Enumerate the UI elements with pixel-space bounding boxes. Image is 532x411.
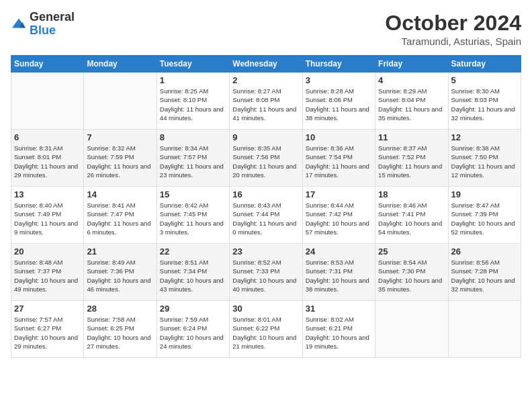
calendar-cell: 30Sunrise: 8:01 AM Sunset: 6:22 PM Dayli… [230, 301, 302, 358]
calendar-cell: 17Sunrise: 8:44 AM Sunset: 7:42 PM Dayli… [302, 187, 375, 244]
day-number: 29 [160, 304, 226, 314]
day-number: 27 [14, 304, 81, 314]
calendar-cell: 26Sunrise: 8:56 AM Sunset: 7:28 PM Dayli… [448, 244, 521, 301]
day-detail: Sunrise: 8:36 AM Sunset: 7:54 PM Dayligh… [306, 144, 372, 179]
day-detail: Sunrise: 8:52 AM Sunset: 7:33 PM Dayligh… [232, 258, 299, 293]
logo-blue-text: Blue [30, 24, 75, 38]
day-detail: Sunrise: 7:59 AM Sunset: 6:24 PM Dayligh… [160, 315, 226, 351]
calendar-cell: 21Sunrise: 8:49 AM Sunset: 7:36 PM Dayli… [84, 244, 157, 301]
calendar-week-5: 27Sunrise: 7:57 AM Sunset: 6:27 PM Dayli… [11, 301, 521, 358]
calendar-week-1: 1Sunrise: 8:25 AM Sunset: 8:10 PM Daylig… [11, 73, 521, 130]
calendar-cell: 23Sunrise: 8:52 AM Sunset: 7:33 PM Dayli… [230, 244, 302, 301]
header-day-saturday: Saturday [448, 56, 521, 73]
day-number: 13 [14, 189, 81, 199]
day-number: 25 [378, 246, 445, 257]
day-number: 28 [87, 304, 153, 314]
logo: General Blue [11, 11, 75, 38]
day-detail: Sunrise: 8:41 AM Sunset: 7:47 PM Dayligh… [87, 201, 153, 236]
day-number: 10 [306, 132, 372, 142]
calendar-cell: 18Sunrise: 8:46 AM Sunset: 7:41 PM Dayli… [375, 187, 448, 244]
calendar-cell: 5Sunrise: 8:30 AM Sunset: 8:03 PM Daylig… [448, 73, 521, 130]
day-detail: Sunrise: 8:34 AM Sunset: 7:57 PM Dayligh… [160, 144, 226, 179]
day-number: 1 [160, 75, 226, 85]
day-detail: Sunrise: 8:25 AM Sunset: 8:10 PM Dayligh… [160, 87, 226, 122]
day-detail: Sunrise: 8:40 AM Sunset: 7:49 PM Dayligh… [14, 201, 81, 236]
calendar-cell [375, 301, 448, 358]
header-day-friday: Friday [375, 56, 448, 73]
day-detail: Sunrise: 8:56 AM Sunset: 7:28 PM Dayligh… [451, 258, 518, 293]
calendar-body: 1Sunrise: 8:25 AM Sunset: 8:10 PM Daylig… [11, 73, 521, 358]
calendar-cell: 14Sunrise: 8:41 AM Sunset: 7:47 PM Dayli… [84, 187, 157, 244]
day-number: 24 [306, 246, 372, 257]
location-subtitle: Taramundi, Asturias, Spain [385, 36, 521, 47]
day-detail: Sunrise: 8:48 AM Sunset: 7:37 PM Dayligh… [14, 258, 81, 293]
day-detail: Sunrise: 8:02 AM Sunset: 6:21 PM Dayligh… [306, 315, 372, 351]
day-number: 23 [232, 246, 299, 257]
calendar-cell: 19Sunrise: 8:47 AM Sunset: 7:39 PM Dayli… [448, 187, 521, 244]
day-number: 3 [306, 75, 372, 85]
day-detail: Sunrise: 8:01 AM Sunset: 6:22 PM Dayligh… [232, 315, 299, 351]
header-day-thursday: Thursday [302, 56, 375, 73]
calendar-cell: 6Sunrise: 8:31 AM Sunset: 8:01 PM Daylig… [11, 130, 84, 187]
calendar-cell: 11Sunrise: 8:37 AM Sunset: 7:52 PM Dayli… [375, 130, 448, 187]
logo-general-text: General [30, 11, 75, 24]
header-day-tuesday: Tuesday [157, 56, 229, 73]
day-detail: Sunrise: 8:44 AM Sunset: 7:42 PM Dayligh… [306, 201, 372, 236]
day-number: 22 [160, 246, 226, 257]
day-detail: Sunrise: 8:46 AM Sunset: 7:41 PM Dayligh… [378, 201, 445, 236]
calendar-cell: 31Sunrise: 8:02 AM Sunset: 6:21 PM Dayli… [302, 301, 375, 358]
day-number: 2 [232, 75, 299, 85]
calendar-cell: 9Sunrise: 8:35 AM Sunset: 7:56 PM Daylig… [230, 130, 302, 187]
calendar-cell: 25Sunrise: 8:54 AM Sunset: 7:30 PM Dayli… [375, 244, 448, 301]
day-detail: Sunrise: 8:51 AM Sunset: 7:34 PM Dayligh… [160, 258, 226, 293]
calendar-cell: 4Sunrise: 8:29 AM Sunset: 8:04 PM Daylig… [375, 73, 448, 130]
day-detail: Sunrise: 8:42 AM Sunset: 7:45 PM Dayligh… [160, 201, 226, 236]
day-detail: Sunrise: 7:58 AM Sunset: 6:25 PM Dayligh… [87, 315, 153, 351]
calendar-cell: 28Sunrise: 7:58 AM Sunset: 6:25 PM Dayli… [84, 301, 157, 358]
day-number: 21 [87, 246, 153, 257]
day-number: 31 [306, 304, 372, 314]
day-number: 11 [378, 132, 445, 142]
day-number: 6 [14, 132, 81, 142]
day-number: 7 [87, 132, 153, 142]
calendar-cell [84, 73, 157, 130]
month-title: October 2024 [385, 11, 521, 36]
day-number: 12 [451, 132, 518, 142]
day-number: 14 [87, 189, 153, 199]
day-number: 4 [378, 75, 445, 85]
day-number: 30 [232, 304, 299, 314]
logo-icon [11, 17, 27, 31]
day-detail: Sunrise: 8:37 AM Sunset: 7:52 PM Dayligh… [378, 144, 445, 179]
day-detail: Sunrise: 8:49 AM Sunset: 7:36 PM Dayligh… [87, 258, 153, 293]
calendar-week-3: 13Sunrise: 8:40 AM Sunset: 7:49 PM Dayli… [11, 187, 521, 244]
day-detail: Sunrise: 7:57 AM Sunset: 6:27 PM Dayligh… [14, 315, 81, 351]
calendar-cell: 16Sunrise: 8:43 AM Sunset: 7:44 PM Dayli… [230, 187, 302, 244]
calendar-cell: 13Sunrise: 8:40 AM Sunset: 7:49 PM Dayli… [11, 187, 84, 244]
calendar-cell: 24Sunrise: 8:53 AM Sunset: 7:31 PM Dayli… [302, 244, 375, 301]
calendar-week-2: 6Sunrise: 8:31 AM Sunset: 8:01 PM Daylig… [11, 130, 521, 187]
day-detail: Sunrise: 8:47 AM Sunset: 7:39 PM Dayligh… [451, 201, 518, 236]
calendar-cell: 1Sunrise: 8:25 AM Sunset: 8:10 PM Daylig… [157, 73, 229, 130]
calendar-cell: 29Sunrise: 7:59 AM Sunset: 6:24 PM Dayli… [157, 301, 229, 358]
calendar-cell [11, 73, 84, 130]
day-detail: Sunrise: 8:27 AM Sunset: 8:08 PM Dayligh… [232, 87, 299, 122]
day-detail: Sunrise: 8:32 AM Sunset: 7:59 PM Dayligh… [87, 144, 153, 179]
calendar-cell: 10Sunrise: 8:36 AM Sunset: 7:54 PM Dayli… [302, 130, 375, 187]
calendar-cell: 7Sunrise: 8:32 AM Sunset: 7:59 PM Daylig… [84, 130, 157, 187]
day-detail: Sunrise: 8:28 AM Sunset: 8:06 PM Dayligh… [306, 87, 372, 122]
calendar-cell: 27Sunrise: 7:57 AM Sunset: 6:27 PM Dayli… [11, 301, 84, 358]
day-number: 9 [232, 132, 299, 142]
calendar-cell: 20Sunrise: 8:48 AM Sunset: 7:37 PM Dayli… [11, 244, 84, 301]
calendar-cell: 2Sunrise: 8:27 AM Sunset: 8:08 PM Daylig… [230, 73, 302, 130]
day-detail: Sunrise: 8:29 AM Sunset: 8:04 PM Dayligh… [378, 87, 445, 122]
day-number: 15 [160, 189, 226, 199]
day-number: 8 [160, 132, 226, 142]
day-detail: Sunrise: 8:31 AM Sunset: 8:01 PM Dayligh… [14, 144, 81, 179]
day-number: 5 [451, 75, 518, 85]
calendar-table: SundayMondayTuesdayWednesdayThursdayFrid… [11, 55, 521, 358]
calendar-cell: 22Sunrise: 8:51 AM Sunset: 7:34 PM Dayli… [157, 244, 229, 301]
day-detail: Sunrise: 8:53 AM Sunset: 7:31 PM Dayligh… [306, 258, 372, 293]
calendar-cell: 15Sunrise: 8:42 AM Sunset: 7:45 PM Dayli… [157, 187, 229, 244]
calendar-week-4: 20Sunrise: 8:48 AM Sunset: 7:37 PM Dayli… [11, 244, 521, 301]
header-day-monday: Monday [84, 56, 157, 73]
